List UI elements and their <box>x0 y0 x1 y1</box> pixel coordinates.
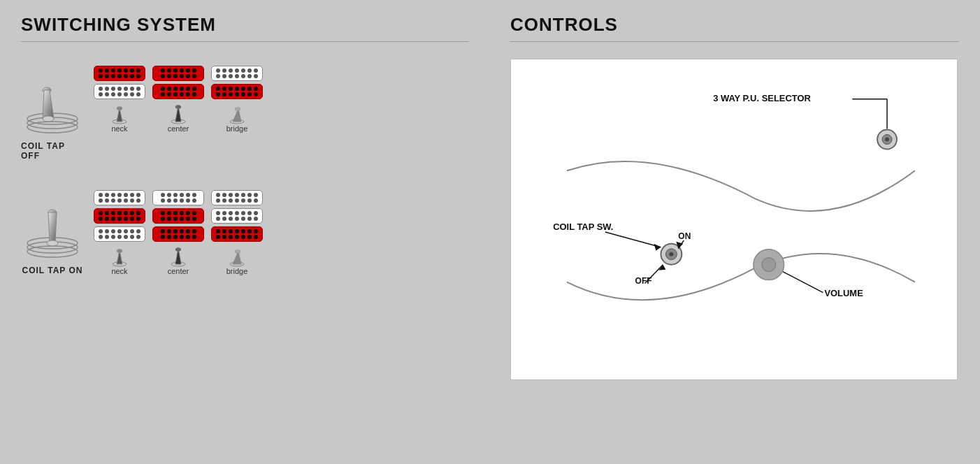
switching-panel: SWITCHING SYSTEM <box>0 0 489 464</box>
bridge-label-off: bridge <box>226 124 248 133</box>
on-pickup-center-bot <box>152 208 204 224</box>
knob-col-neck-off: neck <box>94 105 145 133</box>
toggle-on-svg <box>24 197 80 260</box>
on-pickup-bridge-bot <box>211 208 263 224</box>
switching-divider <box>21 41 468 42</box>
svg-text:VOLUME: VOLUME <box>824 288 863 298</box>
knob-neck-on-svg <box>111 247 128 267</box>
on-pickup-center-3 <box>152 226 204 242</box>
coil-tap-off-label: COIL TAP OFF <box>21 141 84 161</box>
svg-point-8 <box>117 107 122 110</box>
on-pickup-row-2 <box>94 208 263 224</box>
knob-center-off-svg <box>170 105 187 124</box>
on-pickup-center-top <box>152 190 204 205</box>
coil-tap-off-icon: COIL TAP OFF <box>21 73 84 161</box>
knob-row-off: neck center <box>94 105 263 133</box>
on-pickup-neck-3 <box>94 226 145 242</box>
pickup-center-top-off <box>152 66 204 81</box>
on-pickup-row-1 <box>94 190 263 205</box>
center-label-off: center <box>168 124 189 133</box>
svg-point-29 <box>235 250 240 254</box>
svg-rect-30 <box>511 59 956 379</box>
knob-col-center-on: center <box>152 247 204 275</box>
svg-point-20 <box>47 240 58 246</box>
controls-svg: 3 WAY P.U. SELECTOR COIL TAP SW. <box>511 59 957 379</box>
coil-tap-off-row: COIL TAP OFF <box>21 59 468 161</box>
on-pickup-row-3 <box>94 226 263 242</box>
on-pickup-bridge-top <box>211 190 263 205</box>
pickup-neck-bot-off <box>94 84 145 99</box>
knob-col-bridge-on: bridge <box>211 247 263 275</box>
pickup-row-1 <box>94 66 263 81</box>
pickup-row-2 <box>94 84 263 99</box>
coil-on-pickup-grid: neck center <box>94 190 263 275</box>
switching-title: SWITCHING SYSTEM <box>21 14 468 36</box>
svg-point-35 <box>885 138 889 142</box>
controls-divider <box>510 41 959 42</box>
knob-bridge-off-svg <box>229 105 245 124</box>
knob-neck-off-svg <box>111 105 128 124</box>
on-pickup-bridge-3 <box>211 226 263 242</box>
svg-point-11 <box>175 106 181 109</box>
coil-tap-on-label: COIL TAP ON <box>22 266 82 275</box>
knob-col-neck-on: neck <box>94 247 145 275</box>
coil-tap-on-section: COIL TAP ON <box>21 183 468 275</box>
bridge-label-on: bridge <box>226 267 248 275</box>
svg-text:COIL TAP SW.: COIL TAP SW. <box>553 222 613 232</box>
neck-label-on: neck <box>111 267 127 275</box>
coil-off-pickup-grid: neck center <box>94 66 263 133</box>
coil-tap-off-section: COIL TAP OFF <box>21 59 468 161</box>
knob-col-bridge-off: bridge <box>211 105 263 133</box>
pickup-bridge-top-off <box>211 66 263 81</box>
knob-center-on-svg <box>170 247 187 267</box>
svg-point-26 <box>175 248 181 252</box>
svg-point-23 <box>117 249 122 253</box>
svg-point-5 <box>43 116 54 122</box>
coil-tap-on-row: COIL TAP ON <box>21 183 468 275</box>
controls-panel: CONTROLS 3 WAY P.U. SELECTOR COIL TAP SW… <box>489 0 980 464</box>
selector-label: 3 WAY P.U. SELECTOR <box>713 93 811 103</box>
svg-point-14 <box>235 108 240 111</box>
controls-title: CONTROLS <box>510 14 959 36</box>
svg-point-51 <box>762 258 776 272</box>
neck-label-off: neck <box>111 124 127 133</box>
svg-point-41 <box>669 252 673 256</box>
toggle-off-svg <box>24 73 80 136</box>
pickup-center-bot-off <box>152 84 204 99</box>
svg-text:OFF: OFF <box>635 276 652 286</box>
pickup-neck-top-off <box>94 66 145 81</box>
controls-diagram: 3 WAY P.U. SELECTOR COIL TAP SW. <box>510 59 958 380</box>
svg-marker-19 <box>48 212 57 243</box>
on-pickup-neck-bot <box>94 208 145 224</box>
pickup-bridge-bot-off <box>211 84 263 99</box>
on-pickup-neck-top <box>94 190 145 205</box>
knob-col-center-off: center <box>152 105 204 133</box>
svg-text:ON: ON <box>678 231 691 241</box>
center-label-on: center <box>168 267 189 275</box>
knob-bridge-on-svg <box>229 247 245 267</box>
switching-content: COIL TAP OFF <box>21 59 468 275</box>
coil-tap-on-icon: COIL TAP ON <box>21 197 84 275</box>
svg-marker-4 <box>43 90 54 119</box>
knob-row-on: neck center <box>94 247 263 275</box>
